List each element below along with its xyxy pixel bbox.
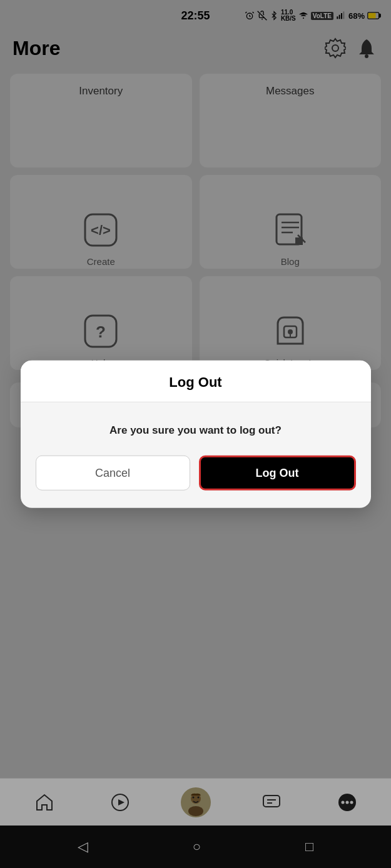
modal-logout-button[interactable]: Log Out [199, 456, 356, 491]
modal-header: Log Out [21, 360, 371, 402]
logout-modal: Log Out Are you sure you want to log out… [21, 360, 371, 508]
modal-title: Log Out [169, 374, 221, 389]
modal-body: Are you sure you want to log out? [21, 402, 371, 456]
modal-buttons: Cancel Log Out [21, 456, 371, 508]
modal-message: Are you sure you want to log out? [41, 422, 351, 438]
modal-cancel-button[interactable]: Cancel [36, 456, 190, 491]
